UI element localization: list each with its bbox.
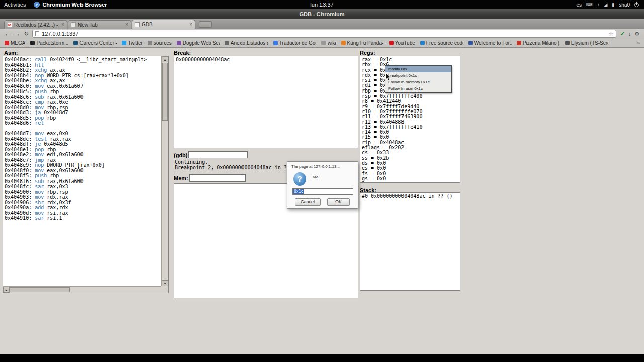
asm-address: 0x4048d7: <box>5 131 35 136</box>
stack-frame[interactable]: #0 0x00000000004048ac in ?? () <box>362 194 458 199</box>
gdb-output-line: Continuing. <box>175 160 299 165</box>
bookmark-item[interactable]: wiki <box>319 40 339 46</box>
active-app-menu[interactable]: Chromium Web Browser <box>34 2 107 8</box>
asm-operands: rbp <box>44 115 56 121</box>
bookmark-favicon <box>30 41 35 45</box>
asm-address: 0x4048f6: <box>5 178 35 184</box>
extension-check-icon[interactable]: ✔ <box>620 31 624 37</box>
reload-button[interactable]: ↻ <box>24 29 29 39</box>
browser-tab[interactable]: New Tab× <box>68 20 131 29</box>
window-titlebar[interactable]: GDB - Chromium <box>0 9 644 19</box>
bookmark-item[interactable]: Kung Fu Panda-T... <box>339 40 387 46</box>
bookmark-label: wiki <box>328 40 336 46</box>
bookmark-item[interactable]: Packetstorm... <box>28 40 71 46</box>
activities-button[interactable]: Activities <box>4 2 26 8</box>
wrench-menu-icon[interactable]: ⚙ <box>634 31 639 37</box>
question-icon: ? <box>293 172 306 186</box>
tab-close-icon[interactable]: × <box>125 22 128 27</box>
break-label: Break: <box>174 50 191 56</box>
asm-line[interactable]: 0x404910: sar rsi,1 <box>5 216 160 221</box>
asm-operands: rax <box>44 157 56 163</box>
mouse-cursor <box>385 73 391 82</box>
bookmark-item[interactable]: MEGA <box>2 40 28 46</box>
battery-icon[interactable]: ▮ <box>612 2 614 7</box>
address-bar[interactable]: 127.0.0.1:1337 ☆ <box>32 30 616 38</box>
network-icon[interactable]: ◢ <box>604 2 607 7</box>
bookmark-favicon <box>321 41 326 45</box>
horizontal-scroll-thumb[interactable] <box>10 287 70 292</box>
bookmark-item[interactable]: Elysium (TS-Scre... <box>562 40 611 46</box>
user-menu[interactable]: sha0 <box>619 2 630 8</box>
breakpoint-entry[interactable]: 0x00000000004048ac <box>174 56 358 64</box>
bookmarks-items: MEGAPacketstorm...Careers Center -...Twi… <box>2 40 635 46</box>
asm-address: 0x4048d5: <box>5 115 35 121</box>
bookmark-label: Elysium (TS-Scre... <box>571 40 608 46</box>
bookmarks-overflow-icon[interactable]: » <box>635 40 642 46</box>
bookmark-label: Free source code... <box>426 40 463 46</box>
volume-icon[interactable]: ♪ <box>597 2 600 7</box>
bookmark-label: Dogpile Web Sea... <box>183 40 220 46</box>
browser-tab[interactable]: GDB× <box>132 20 195 29</box>
context-menu-item[interactable]: modify rax <box>385 66 451 72</box>
browser-tab[interactable]: MRecibidos (2.42...) - sha0@...× <box>4 20 67 29</box>
bookmark-item[interactable]: Anexo:Listados d... <box>222 40 271 46</box>
asm-operands: rsi,1 <box>44 215 62 221</box>
dialog-input[interactable]: 0x1c <box>292 188 353 195</box>
ok-button[interactable]: OK <box>327 198 350 206</box>
bookmark-item[interactable]: Pizzeria Milano |... <box>514 40 562 46</box>
asm-address: 0x4048e2: <box>5 152 35 157</box>
bookmark-item[interactable]: Welcome to For... <box>466 40 514 46</box>
bookmark-favicon <box>389 41 394 45</box>
bookmark-item[interactable]: Free source code... <box>418 40 466 46</box>
bookmark-item[interactable]: Traductor de Goo... <box>271 40 319 46</box>
top-bar-left: Activities Chromium Web Browser <box>0 2 107 8</box>
url-text[interactable]: 127.0.0.1:1337 <box>42 31 606 37</box>
asm-mnemonic: push <box>35 88 47 94</box>
tab-close-icon[interactable]: × <box>189 22 192 27</box>
register-row[interactable]: es = 0x0 <box>362 166 458 171</box>
keyboard-layout-indicator[interactable]: es <box>576 2 582 8</box>
asm-operands: 0x4048d5 <box>41 141 68 147</box>
register-row[interactable]: gs = 0x0 <box>362 176 458 182</box>
power-icon[interactable] <box>634 3 639 7</box>
asm-operands: rax,0xe <box>44 99 68 105</box>
asm-operands: ax,ax <box>47 67 65 73</box>
cancel-button[interactable]: Cancel <box>295 198 321 206</box>
bookmark-item[interactable]: Careers Center -... <box>71 40 119 46</box>
keyboard-icon[interactable]: ⌨ <box>586 2 593 7</box>
scroll-right-button[interactable]: ▸ <box>3 287 10 293</box>
desktop-screen: Activities Chromium Web Browser lun 13:3… <box>0 0 644 362</box>
bookmark-item[interactable]: Dogpile Web Sea... <box>174 40 222 46</box>
clock[interactable]: lun 13:37 <box>310 0 333 9</box>
gdb-command-input[interactable] <box>188 151 248 158</box>
bookmark-item[interactable]: sources <box>145 40 174 46</box>
download-icon[interactable]: ↓ <box>628 31 631 37</box>
asm-mnemonic: pop <box>35 147 44 152</box>
asm-address: 0x404910: <box>5 215 35 221</box>
context-menu-item[interactable]: Follow in asm 0x1c <box>385 85 451 92</box>
bookmark-item[interactable]: Twitter <box>119 40 145 46</box>
gmail-favicon: M <box>7 22 12 27</box>
vertical-scroll-thumb[interactable] <box>162 63 168 121</box>
mem-address-input[interactable] <box>189 174 246 182</box>
asm-address: 0x4048ac: <box>5 57 35 62</box>
forward-button[interactable]: → <box>14 29 20 39</box>
context-menu-item[interactable]: breakpoint 0x1c <box>385 72 451 79</box>
scroll-down-button[interactable]: ▾ <box>162 280 168 286</box>
asm-vertical-scrollbar[interactable]: ▴ ▾ <box>161 56 168 286</box>
regs-label: Regs: <box>360 50 375 56</box>
asm-line[interactable]: 0x4048d6: ret <box>5 121 160 126</box>
bookmark-item[interactable]: YouTube <box>387 40 418 46</box>
scroll-up-button[interactable]: ▴ <box>162 56 168 62</box>
dialog-field-label: rax <box>313 174 318 179</box>
bookmark-favicon <box>148 41 152 45</box>
browser-toolbar: ← → ↻ 127.0.0.1:1337 ☆ ✔ ↓ ⚙ <box>0 29 644 39</box>
bookmark-star-icon[interactable]: ☆ <box>609 31 614 37</box>
tab-close-icon[interactable]: × <box>61 22 64 27</box>
asm-label: Asm: <box>4 50 18 56</box>
new-tab-button[interactable] <box>199 21 212 28</box>
context-menu-item[interactable]: Follow in memory 0x1c <box>385 79 451 85</box>
back-button[interactable]: ← <box>5 29 11 39</box>
asm-horizontal-scrollbar[interactable]: ◂ ▸ <box>3 286 162 293</box>
bookmark-label: MEGA <box>11 40 25 46</box>
